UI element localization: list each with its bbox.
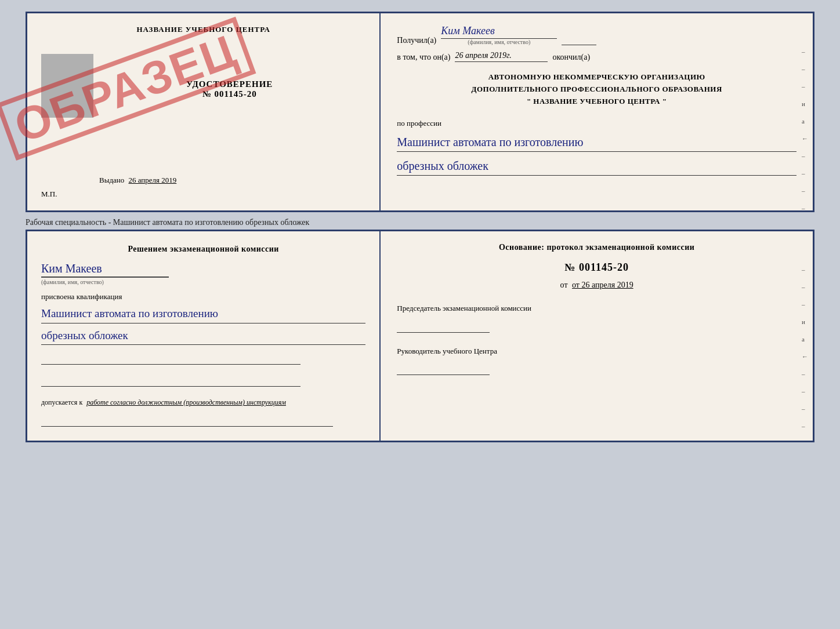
profession-handwritten-1: Машинист автомата по изготовлению: [397, 134, 796, 152]
org-block: АВТОНОМНУЮ НЕКОММЕРЧЕСКУЮ ОРГАНИЗАЦИЮ ДО…: [397, 71, 796, 107]
допускается-prefix: допускается к: [41, 398, 82, 406]
profession-label: по профессии: [397, 119, 796, 128]
protocol-number: № 001145-20: [397, 261, 796, 274]
blank-line-2: [41, 374, 300, 387]
date-ot-value: от 26 апреля 2019: [572, 281, 633, 289]
blank-line-3: [41, 414, 333, 427]
org-line3: " НАЗВАНИЕ УЧЕБНОГО ЦЕНТРА ": [397, 96, 796, 108]
chairman-signature: [397, 317, 490, 333]
date-prefix: в том, что он(а): [397, 53, 450, 62]
document-container: НАЗВАНИЕ УЧЕБНОГО ЦЕНТРА УДОСТОВЕРЕНИЕ №…: [26, 12, 814, 442]
issued-label: Выдано: [99, 176, 124, 184]
recipient-label: Получил(а): [397, 36, 436, 45]
right-side-marks: – – – и а ← – – – –: [802, 48, 808, 212]
school-name-top: НАЗВАНИЕ УЧЕБНОГО ЦЕНТРА: [136, 25, 270, 34]
допускается-line: допускается к работе согласно должностны…: [41, 398, 365, 407]
допускается-text: работе согласно должностным (производств…: [86, 398, 286, 406]
head-label: Руководитель учебного Центра: [397, 346, 796, 357]
top-right-panel: Получил(а) Ким Макеев (фамилия, имя, отч…: [381, 13, 813, 210]
top-left-panel: НАЗВАНИЕ УЧЕБНОГО ЦЕНТРА УДОСТОВЕРЕНИЕ №…: [27, 13, 381, 210]
komissia-title: Решением экзаменационной комиссии: [41, 243, 365, 255]
date-value: 26 апреля 2019г.: [455, 51, 548, 62]
profession-handwritten-2: обрезных обложек: [397, 158, 796, 176]
date-suffix: окончил(а): [552, 53, 590, 62]
bottom-profession-1: Машинист автомата по изготовлению: [41, 306, 365, 323]
right-side-marks-bottom: – – – и а ← – – – –: [802, 266, 808, 430]
qualification-label: присвоена квалификация: [41, 292, 365, 301]
photo-placeholder: [41, 54, 93, 118]
bottom-profession-2: обрезных обложек: [41, 328, 365, 346]
person-name: Ким Макеев: [41, 262, 169, 277]
top-document: НАЗВАНИЕ УЧЕБНОГО ЦЕНТРА УДОСТОВЕРЕНИЕ №…: [26, 12, 814, 212]
chairman-label: Председатель экзаменационной комиссии: [397, 303, 796, 314]
recipient-line: Получил(а) Ким Макеев (фамилия, имя, отч…: [397, 25, 796, 45]
date-ot: от от 26 апреля 2019: [397, 281, 796, 290]
issued-date: 26 апреля 2019: [129, 176, 177, 184]
head-signature: [397, 359, 490, 375]
bottom-right-panel: Основание: протокол экзаменационной коми…: [381, 231, 813, 441]
bottom-document: Решением экзаменационной комиссии Ким Ма…: [26, 230, 814, 442]
cert-title: УДОСТОВЕРЕНИЕ: [186, 79, 273, 89]
org-line2: ДОПОЛНИТЕЛЬНОГО ПРОФЕССИОНАЛЬНОГО ОБРАЗО…: [397, 83, 796, 96]
head-block: Руководитель учебного Центра: [397, 346, 796, 376]
mp-line: М.П.: [41, 190, 57, 199]
chairman-block: Председатель экзаменационной комиссии: [397, 303, 796, 333]
caption-text: Рабочая специальность - Машинист автомат…: [26, 212, 309, 230]
date-ot-prefix: от: [560, 281, 568, 289]
recipient-name: Ким Макеев: [441, 25, 557, 39]
recipient-dash: [562, 34, 596, 45]
recipient-name-hint: (фамилия, имя, отчество): [441, 39, 557, 45]
org-line1: АВТОНОМНУЮ НЕКОММЕРЧЕСКУЮ ОРГАНИЗАЦИЮ: [397, 71, 796, 83]
osnov-label: Основание: протокол экзаменационной коми…: [397, 243, 796, 252]
blank-line-1: [41, 352, 300, 365]
issued-line: Выдано 26 апреля 2019: [99, 176, 176, 185]
cert-number: № 001145-20: [202, 89, 257, 99]
bottom-left-panel: Решением экзаменационной комиссии Ким Ма…: [27, 231, 381, 441]
person-name-hint: (фамилия, имя, отчество): [41, 277, 169, 285]
date-line: в том, что он(а) 26 апреля 2019г. окончи…: [397, 51, 796, 62]
